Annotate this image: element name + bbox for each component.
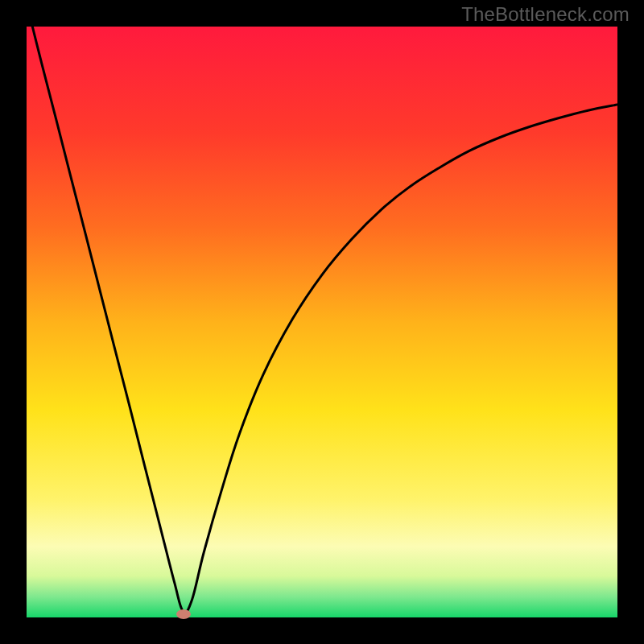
- optimum-marker: [176, 609, 191, 619]
- watermark-text: TheBottleneck.com: [461, 3, 630, 26]
- bottleneck-curve: [27, 3, 617, 613]
- curve-layer: [27, 27, 617, 617]
- chart-frame: TheBottleneck.com: [0, 0, 644, 644]
